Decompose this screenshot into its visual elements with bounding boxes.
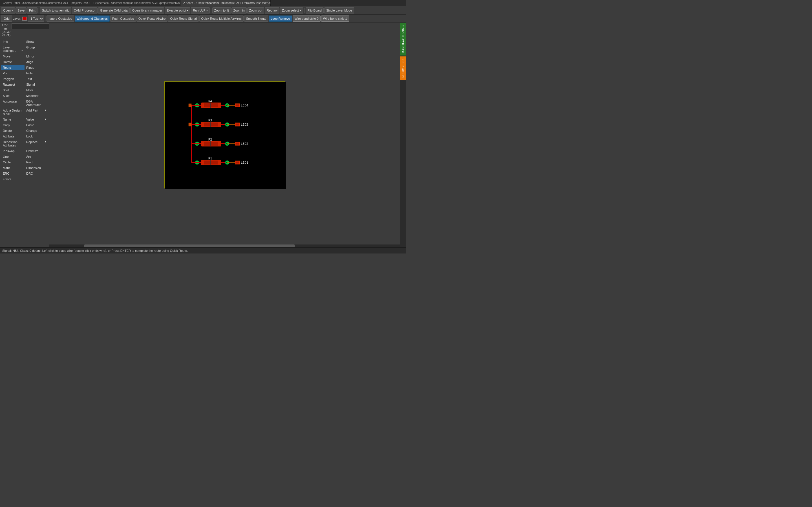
zoom-to-fit-button[interactable]: Zoom to fit (212, 7, 231, 13)
sidebar-item-text[interactable]: Text (24, 76, 48, 81)
sidebar-item-attribute[interactable]: Attribute (1, 134, 24, 139)
layer-dropdown[interactable]: 1 Top (28, 15, 44, 22)
svg-text:LED3: LED3 (241, 123, 248, 126)
sidebar-item-optimize[interactable]: Optimize (24, 149, 48, 154)
sidebar-row-design-block: Add a Design Block Add Part (1, 108, 48, 116)
sidebar-item-group[interactable]: Group (24, 45, 48, 53)
command-input[interactable] (11, 23, 53, 29)
sidebar-item-meander[interactable]: Meander (24, 93, 48, 98)
run-ulp-button[interactable]: Run ULP (191, 7, 210, 13)
loop-remove-button[interactable]: Loop Remove (269, 15, 292, 22)
sidebar-item-arc[interactable]: Arc (24, 154, 48, 159)
zoom-in-button[interactable]: Zoom in (232, 7, 247, 13)
sidebar-item-rect[interactable]: Rect (24, 160, 48, 165)
sidebar-item-value[interactable]: Value (24, 117, 48, 122)
sidebar-row-layer: Layer settings... Group (1, 45, 48, 53)
zoom-out-button[interactable]: Zoom out (247, 7, 264, 13)
sidebar-row-circle: Circle Rect (1, 160, 48, 165)
sidebar-item-copy[interactable]: Copy (1, 122, 24, 128)
sidebar-item-mirror[interactable]: Mirror (24, 54, 48, 59)
ignore-obstacles-button[interactable]: Ignore Obstacles (47, 15, 74, 22)
sidebar-item-erc[interactable]: ERC (1, 171, 24, 176)
sidebar-item-add-part[interactable]: Add Part (24, 108, 48, 116)
canvas-scrollbar[interactable] (49, 244, 400, 247)
sidebar-item-info[interactable]: Info (1, 39, 24, 44)
sidebar-item-route[interactable]: Route (1, 65, 24, 70)
flip-board-button[interactable]: Flip Board (306, 7, 324, 13)
sidebar-item-move[interactable]: Move (1, 54, 24, 59)
sidebar-item-dimension[interactable]: Dimension (24, 165, 48, 170)
sidebar-item-signal[interactable]: Signal (24, 82, 48, 87)
sidebar-row-erc: ERC DRC (1, 171, 48, 176)
svg-rect-17 (204, 122, 218, 126)
manufacturing-tab[interactable]: MANUFACTURING (400, 22, 406, 55)
quick-route-airwire-button[interactable]: Quick Route Airwire (137, 15, 168, 22)
sidebar-item-name[interactable]: Name (1, 117, 24, 122)
sidebar-item-line[interactable]: Line (1, 154, 24, 159)
toolbar-row1: Open Save Print Switch to schematic CAM … (0, 6, 406, 15)
title-tab-control-panel[interactable]: Control Panel - /Users/rehaanirani/Docum… (0, 0, 90, 6)
sidebar-item-replace[interactable]: Replace (24, 139, 48, 148)
sidebar-item-reposition-attributes[interactable]: Reposition Attributes (1, 139, 24, 148)
sidebar-item-layer-settings[interactable]: Layer settings... (1, 45, 24, 53)
quick-route-signal-button[interactable]: Quick Route Signal (168, 15, 199, 22)
quick-route-multiple-button[interactable]: Quick Route Multiple Airwires (199, 15, 244, 22)
main-content: 1.27 mm (20.32 92.71) Info Show Layer se… (0, 22, 406, 247)
wire-bend-1-button[interactable]: Wire bend style 1 (321, 15, 349, 22)
sidebar-item-lock[interactable]: Lock (24, 134, 48, 139)
single-layer-button[interactable]: Single Layer Mode (324, 7, 354, 13)
redraw-button[interactable]: Redraw (265, 7, 280, 13)
pcb-canvas[interactable]: R4 LED4 (164, 81, 285, 188)
sidebar-item-slice[interactable]: Slice (1, 93, 24, 98)
sidebar-item-miter[interactable]: Miter (24, 88, 48, 93)
sidebar-item-change[interactable]: Change (24, 128, 48, 133)
left-sidebar: 1.27 mm (20.32 92.71) Info Show Layer se… (0, 22, 49, 247)
title-tab-schematic[interactable]: 1 Schematic - /Users/rehaanirani/Documen… (90, 0, 181, 6)
sidebar-item-delete[interactable]: Delete (1, 128, 24, 133)
svg-rect-59 (189, 123, 192, 126)
canvas-area[interactable]: R4 LED4 (49, 22, 400, 247)
sidebar-item-split[interactable]: Split (1, 88, 24, 93)
sidebar-item-mark[interactable]: Mark (1, 165, 24, 170)
print-button[interactable]: Print (27, 7, 38, 13)
switch-to-schematic-button[interactable]: Switch to schematic (40, 7, 71, 13)
sidebar-row-route: Route Ripup (1, 65, 48, 70)
sidebar-item-ratsnest[interactable]: Ratsnest (1, 82, 24, 87)
open-button[interactable]: Open (1, 7, 15, 13)
sidebar-item-bga-autorouter[interactable]: BGA Autorouter (24, 99, 48, 107)
sidebar-item-hole[interactable]: Hole (24, 71, 48, 76)
fusion360-tab[interactable]: FUSION 360 (400, 56, 406, 80)
sidebar-item-circle[interactable]: Circle (1, 160, 24, 165)
sidebar-item-pinswap[interactable]: Pinswap (1, 149, 24, 154)
zoom-select-button[interactable]: Zoom select (280, 7, 303, 13)
sidebar-item-errors[interactable]: Errors (1, 177, 24, 182)
svg-rect-37 (236, 143, 239, 145)
generate-cam-button[interactable]: Generate CAM data (98, 7, 130, 13)
right-panel: MANUFACTURING FUSION 360 (400, 22, 406, 247)
sidebar-item-align[interactable]: Align (24, 59, 48, 64)
smooth-signal-button[interactable]: Smooth Signal (244, 15, 268, 22)
svg-rect-43 (204, 161, 218, 165)
title-tab-board[interactable]: 2 Board - /Users/rehaanirani/Documents/E… (181, 0, 271, 6)
sidebar-item-show[interactable]: Show (24, 39, 48, 44)
open-library-button[interactable]: Open library manager (130, 7, 164, 13)
save-button[interactable]: Save (15, 7, 27, 13)
cam-processor-button[interactable]: CAM Processor (72, 7, 98, 13)
sidebar-item-autorouter[interactable]: Autorouter (1, 99, 24, 107)
sidebar-item-add-design-block[interactable]: Add a Design Block (1, 108, 24, 116)
sidebar-item-empty (24, 177, 48, 182)
sidebar-item-ripup[interactable]: Ripup (24, 65, 48, 70)
sidebar-item-paste[interactable]: Paste (24, 122, 48, 128)
sidebar-item-rotate[interactable]: Rotate (1, 59, 24, 64)
sidebar-item-via[interactable]: Via (1, 71, 24, 76)
layer-label: Layer: (13, 17, 21, 20)
scrollbar-thumb[interactable] (84, 244, 295, 247)
execute-script-button[interactable]: Execute script (165, 7, 190, 13)
walkaround-obstacles-button[interactable]: Walkaround Obstacles (75, 15, 110, 22)
sidebar-item-drc[interactable]: DRC (24, 171, 48, 176)
grid-button[interactable]: Grid (1, 15, 12, 22)
push-obstacles-button[interactable]: Push Obstacles (110, 15, 136, 22)
wire-bend-0-button[interactable]: Wire bend style 0 (293, 15, 320, 22)
sidebar-item-polygon[interactable]: Polygon (1, 76, 24, 81)
sidebar-row-errors: Errors (1, 177, 48, 182)
